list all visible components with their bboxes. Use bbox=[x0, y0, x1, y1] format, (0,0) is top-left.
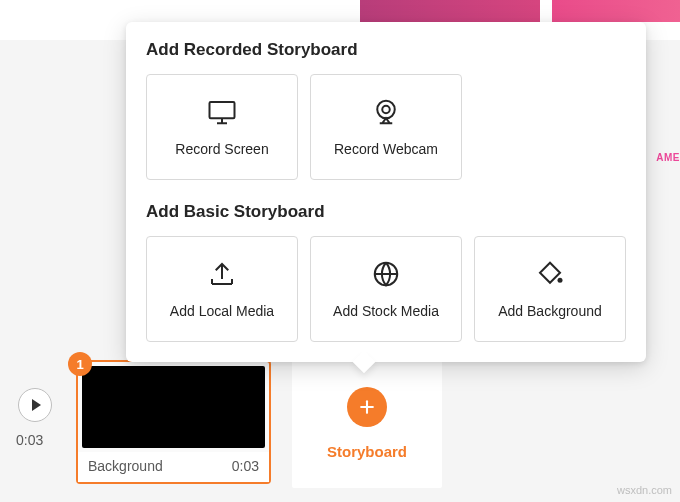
add-local-media-label: Add Local Media bbox=[170, 303, 274, 319]
webcam-icon bbox=[371, 97, 401, 127]
svg-point-3 bbox=[377, 101, 395, 119]
add-background-button[interactable]: Add Background bbox=[474, 236, 626, 342]
add-stock-media-button[interactable]: Add Stock Media bbox=[310, 236, 462, 342]
bg-partial-label: AME bbox=[656, 152, 680, 163]
bg-template-thumb-1 bbox=[360, 0, 540, 22]
timeline-clip[interactable]: 1 Background 0:03 bbox=[76, 360, 271, 484]
add-storyboard-button[interactable] bbox=[347, 387, 387, 427]
record-screen-button[interactable]: Record Screen bbox=[146, 74, 298, 180]
play-button[interactable] bbox=[18, 388, 52, 422]
record-webcam-button[interactable]: Record Webcam bbox=[310, 74, 462, 180]
record-webcam-label: Record Webcam bbox=[334, 141, 438, 157]
play-icon bbox=[32, 399, 41, 411]
recorded-row: Record Screen Record Webcam bbox=[146, 74, 626, 180]
record-screen-label: Record Screen bbox=[175, 141, 268, 157]
clip-footer: Background 0:03 bbox=[78, 452, 269, 482]
clip-number-badge: 1 bbox=[68, 352, 92, 376]
add-storyboard-slot: Storyboard bbox=[292, 358, 442, 488]
clip-name: Background bbox=[88, 458, 163, 474]
add-background-label: Add Background bbox=[498, 303, 602, 319]
monitor-icon bbox=[207, 97, 237, 127]
add-local-media-button[interactable]: Add Local Media bbox=[146, 236, 298, 342]
add-stock-media-label: Add Stock Media bbox=[333, 303, 439, 319]
plus-icon bbox=[357, 397, 377, 417]
bg-template-thumb-2 bbox=[552, 0, 680, 22]
svg-point-4 bbox=[382, 106, 390, 114]
playhead-time: 0:03 bbox=[16, 432, 43, 448]
globe-icon bbox=[371, 259, 401, 289]
svg-point-11 bbox=[558, 278, 563, 283]
section-title-recorded: Add Recorded Storyboard bbox=[146, 40, 626, 60]
add-storyboard-popup: Add Recorded Storyboard Record Screen Re bbox=[126, 22, 646, 362]
upload-icon bbox=[207, 259, 237, 289]
section-title-basic: Add Basic Storyboard bbox=[146, 202, 626, 222]
storyboard-label: Storyboard bbox=[327, 443, 407, 460]
watermark: wsxdn.com bbox=[617, 484, 672, 496]
basic-row: Add Local Media Add Stock Media Add Back… bbox=[146, 236, 626, 342]
clip-duration: 0:03 bbox=[232, 458, 259, 474]
svg-rect-0 bbox=[210, 102, 235, 118]
paint-bucket-icon bbox=[535, 259, 565, 289]
clip-thumbnail bbox=[82, 366, 265, 448]
